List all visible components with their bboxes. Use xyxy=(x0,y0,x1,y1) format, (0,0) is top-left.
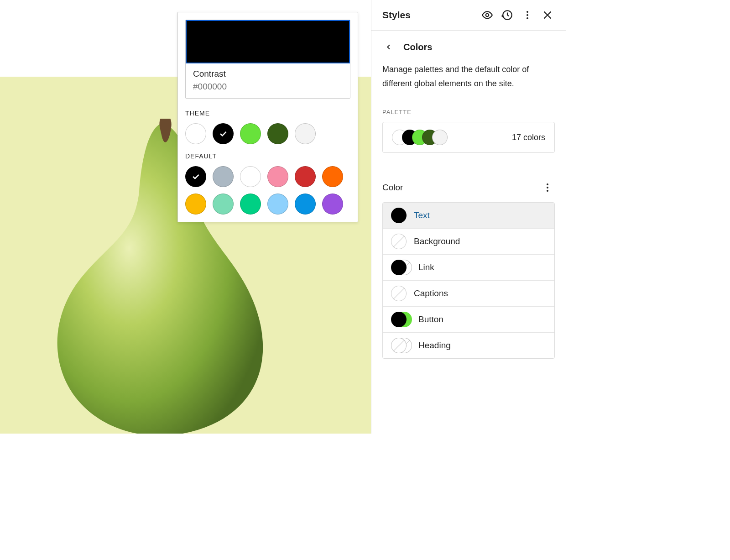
default-swatch[interactable] xyxy=(213,166,234,187)
default-swatch[interactable] xyxy=(240,166,261,187)
style-book-icon[interactable] xyxy=(477,5,497,25)
default-swatch[interactable] xyxy=(322,194,343,215)
color-item-label: Background xyxy=(414,236,460,246)
palette-count: 17 colors xyxy=(512,133,545,142)
close-icon[interactable] xyxy=(537,5,558,25)
editor-canvas: Contrast #000000 THEME DEFAULT xyxy=(0,0,371,434)
default-swatch[interactable] xyxy=(213,194,234,215)
theme-swatch[interactable] xyxy=(185,123,206,144)
link-swatch-icon xyxy=(391,260,411,275)
button-swatch-icon xyxy=(391,312,411,327)
sidebar-title: Styles xyxy=(382,10,477,21)
theme-swatch[interactable] xyxy=(295,123,316,144)
selected-swatch-name: Contrast xyxy=(193,69,343,79)
color-item-captions[interactable]: Captions xyxy=(383,280,554,306)
palette-section-label: PALETTE xyxy=(382,109,555,115)
default-swatch[interactable] xyxy=(185,166,206,187)
color-item-text[interactable]: Text xyxy=(383,203,554,228)
empty-swatch-icon xyxy=(391,286,407,301)
color-item-heading[interactable]: Heading xyxy=(383,332,554,358)
palette-card[interactable]: 17 colors xyxy=(382,122,555,153)
color-section-title: Color xyxy=(382,183,403,193)
back-button[interactable] xyxy=(382,41,395,53)
styles-sidebar: Styles Colors Manage palettes and the de… xyxy=(371,0,566,434)
color-item-link[interactable]: Link xyxy=(383,254,554,280)
selected-swatch-card[interactable]: Contrast #000000 xyxy=(185,20,350,99)
default-swatch[interactable] xyxy=(240,194,261,215)
theme-swatch[interactable] xyxy=(240,123,261,144)
color-swatch-icon xyxy=(391,208,407,223)
theme-group-label: THEME xyxy=(185,110,350,117)
color-elements-list: TextBackgroundLinkCaptionsButtonHeading xyxy=(382,202,555,359)
color-item-label: Link xyxy=(418,262,434,272)
palette-preview-swatches xyxy=(392,130,448,145)
palette-preview-dot xyxy=(432,130,448,145)
heading-swatch-icon xyxy=(391,338,411,353)
color-item-label: Heading xyxy=(418,340,451,351)
default-swatch[interactable] xyxy=(322,166,343,187)
default-swatch[interactable] xyxy=(267,166,288,187)
color-picker-popover: Contrast #000000 THEME DEFAULT xyxy=(177,12,358,222)
theme-swatch[interactable] xyxy=(267,123,288,144)
color-item-label: Text xyxy=(414,210,430,220)
color-item-label: Button xyxy=(418,314,443,324)
default-swatch[interactable] xyxy=(185,194,206,215)
default-swatch[interactable] xyxy=(295,194,316,215)
svg-point-0 xyxy=(486,14,489,17)
selected-swatch-preview xyxy=(186,20,350,63)
panel-description: Manage palettes and the default color of… xyxy=(382,63,555,90)
default-swatch[interactable] xyxy=(295,166,316,187)
default-swatch[interactable] xyxy=(267,194,288,215)
color-section-menu-icon[interactable] xyxy=(540,180,555,195)
color-item-label: Captions xyxy=(414,288,448,298)
color-item-background[interactable]: Background xyxy=(383,228,554,254)
empty-swatch-icon xyxy=(391,234,407,249)
revisions-icon[interactable] xyxy=(497,5,517,25)
panel-title: Colors xyxy=(403,42,432,52)
default-swatches xyxy=(185,166,350,215)
more-menu-icon[interactable] xyxy=(517,5,537,25)
sidebar-header: Styles xyxy=(371,0,566,31)
theme-swatches xyxy=(185,123,350,144)
selected-swatch-hex: #000000 xyxy=(193,82,343,92)
theme-swatch[interactable] xyxy=(213,123,234,144)
default-group-label: DEFAULT xyxy=(185,152,350,160)
color-item-button[interactable]: Button xyxy=(383,306,554,332)
breadcrumb: Colors xyxy=(382,41,555,53)
